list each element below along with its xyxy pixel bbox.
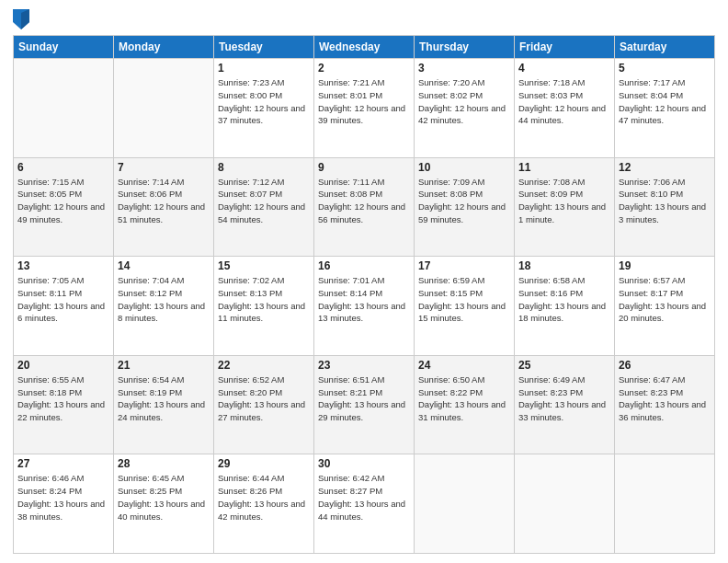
calendar-cell: 22Sunrise: 6:52 AM Sunset: 8:20 PM Dayli… [214, 355, 314, 454]
calendar-cell: 12Sunrise: 7:06 AM Sunset: 8:10 PM Dayli… [615, 157, 715, 257]
calendar-table: SundayMondayTuesdayWednesdayThursdayFrid… [13, 35, 715, 554]
day-detail: Sunrise: 6:54 AM Sunset: 8:19 PM Dayligh… [118, 373, 210, 424]
calendar-cell: 30Sunrise: 6:42 AM Sunset: 8:27 PM Dayli… [314, 454, 415, 554]
day-detail: Sunrise: 6:52 AM Sunset: 8:20 PM Dayligh… [218, 373, 310, 424]
day-detail: Sunrise: 7:05 AM Sunset: 8:11 PM Dayligh… [17, 274, 109, 325]
day-number: 12 [619, 161, 711, 174]
day-number: 21 [118, 359, 210, 372]
calendar-cell: 10Sunrise: 7:09 AM Sunset: 8:08 PM Dayli… [415, 157, 515, 257]
day-number: 17 [418, 259, 510, 272]
day-header-sunday: Sunday [14, 36, 114, 59]
day-number: 20 [17, 359, 109, 372]
day-number: 4 [518, 62, 610, 75]
day-detail: Sunrise: 6:50 AM Sunset: 8:22 PM Dayligh… [418, 373, 510, 424]
day-number: 11 [518, 161, 610, 174]
day-detail: Sunrise: 6:42 AM Sunset: 8:27 PM Dayligh… [318, 472, 410, 523]
logo [13, 9, 32, 29]
day-number: 3 [418, 62, 510, 75]
calendar-cell: 11Sunrise: 7:08 AM Sunset: 8:09 PM Dayli… [515, 157, 615, 257]
calendar-cell: 21Sunrise: 6:54 AM Sunset: 8:19 PM Dayli… [114, 355, 214, 454]
calendar-cell: 4Sunrise: 7:18 AM Sunset: 8:03 PM Daylig… [515, 59, 615, 158]
day-header-monday: Monday [114, 36, 214, 59]
day-header-friday: Friday [515, 36, 615, 59]
day-number: 5 [619, 62, 711, 75]
day-number: 24 [418, 359, 510, 372]
day-detail: Sunrise: 6:44 AM Sunset: 8:26 PM Dayligh… [218, 472, 310, 523]
day-detail: Sunrise: 7:11 AM Sunset: 8:08 PM Dayligh… [318, 176, 410, 226]
header [13, 9, 715, 29]
calendar-cell: 9Sunrise: 7:11 AM Sunset: 8:08 PM Daylig… [314, 157, 415, 257]
calendar-week-row: 6Sunrise: 7:15 AM Sunset: 8:05 PM Daylig… [14, 157, 715, 257]
day-detail: Sunrise: 6:46 AM Sunset: 8:24 PM Dayligh… [17, 472, 109, 523]
day-number: 2 [318, 62, 410, 75]
day-detail: Sunrise: 7:18 AM Sunset: 8:03 PM Dayligh… [518, 76, 610, 127]
day-detail: Sunrise: 7:08 AM Sunset: 8:09 PM Dayligh… [518, 176, 610, 226]
calendar-week-row: 27Sunrise: 6:46 AM Sunset: 8:24 PM Dayli… [14, 454, 715, 554]
day-header-tuesday: Tuesday [214, 36, 314, 59]
day-detail: Sunrise: 6:47 AM Sunset: 8:23 PM Dayligh… [619, 373, 711, 424]
calendar-cell: 8Sunrise: 7:12 AM Sunset: 8:07 PM Daylig… [214, 157, 314, 257]
calendar-cell: 20Sunrise: 6:55 AM Sunset: 8:18 PM Dayli… [14, 355, 114, 454]
day-detail: Sunrise: 6:59 AM Sunset: 8:15 PM Dayligh… [418, 274, 510, 325]
calendar-cell: 13Sunrise: 7:05 AM Sunset: 8:11 PM Dayli… [14, 257, 114, 356]
calendar-cell: 29Sunrise: 6:44 AM Sunset: 8:26 PM Dayli… [214, 454, 314, 554]
day-number: 1 [218, 62, 310, 75]
day-number: 19 [619, 259, 711, 272]
day-number: 14 [118, 259, 210, 272]
calendar-cell: 6Sunrise: 7:15 AM Sunset: 8:05 PM Daylig… [14, 157, 114, 257]
calendar-cell: 23Sunrise: 6:51 AM Sunset: 8:21 PM Dayli… [314, 355, 415, 454]
day-detail: Sunrise: 7:20 AM Sunset: 8:02 PM Dayligh… [418, 76, 510, 127]
day-detail: Sunrise: 6:57 AM Sunset: 8:17 PM Dayligh… [619, 274, 711, 325]
calendar-cell [515, 454, 615, 554]
day-detail: Sunrise: 7:23 AM Sunset: 8:00 PM Dayligh… [218, 76, 310, 127]
calendar-cell: 17Sunrise: 6:59 AM Sunset: 8:15 PM Dayli… [415, 257, 515, 356]
day-number: 25 [518, 359, 610, 372]
calendar-cell: 28Sunrise: 6:45 AM Sunset: 8:25 PM Dayli… [114, 454, 214, 554]
day-header-wednesday: Wednesday [314, 36, 415, 59]
day-detail: Sunrise: 7:21 AM Sunset: 8:01 PM Dayligh… [318, 76, 410, 127]
day-number: 23 [318, 359, 410, 372]
calendar-cell [415, 454, 515, 554]
day-detail: Sunrise: 6:58 AM Sunset: 8:16 PM Dayligh… [518, 274, 610, 325]
calendar-cell: 14Sunrise: 7:04 AM Sunset: 8:12 PM Dayli… [114, 257, 214, 356]
calendar-cell: 25Sunrise: 6:49 AM Sunset: 8:23 PM Dayli… [515, 355, 615, 454]
logo-icon [13, 9, 29, 29]
calendar-cell: 24Sunrise: 6:50 AM Sunset: 8:22 PM Dayli… [415, 355, 515, 454]
calendar-cell [114, 59, 214, 158]
day-detail: Sunrise: 6:49 AM Sunset: 8:23 PM Dayligh… [518, 373, 610, 424]
day-detail: Sunrise: 7:06 AM Sunset: 8:10 PM Dayligh… [619, 176, 711, 226]
calendar-cell: 3Sunrise: 7:20 AM Sunset: 8:02 PM Daylig… [415, 59, 515, 158]
calendar-cell: 19Sunrise: 6:57 AM Sunset: 8:17 PM Dayli… [615, 257, 715, 356]
calendar-week-row: 13Sunrise: 7:05 AM Sunset: 8:11 PM Dayli… [14, 257, 715, 356]
page: SundayMondayTuesdayWednesdayThursdayFrid… [0, 0, 728, 563]
day-detail: Sunrise: 7:09 AM Sunset: 8:08 PM Dayligh… [418, 176, 510, 226]
day-number: 30 [318, 457, 410, 470]
calendar-cell: 5Sunrise: 7:17 AM Sunset: 8:04 PM Daylig… [615, 59, 715, 158]
calendar-cell: 1Sunrise: 7:23 AM Sunset: 8:00 PM Daylig… [214, 59, 314, 158]
day-number: 18 [518, 259, 610, 272]
day-number: 29 [218, 457, 310, 470]
calendar-header-row: SundayMondayTuesdayWednesdayThursdayFrid… [14, 36, 715, 59]
day-number: 27 [17, 457, 109, 470]
day-number: 15 [218, 259, 310, 272]
day-number: 16 [318, 259, 410, 272]
day-number: 26 [619, 359, 711, 372]
calendar-cell: 2Sunrise: 7:21 AM Sunset: 8:01 PM Daylig… [314, 59, 415, 158]
day-number: 8 [218, 161, 310, 174]
day-number: 7 [118, 161, 210, 174]
calendar-cell: 26Sunrise: 6:47 AM Sunset: 8:23 PM Dayli… [615, 355, 715, 454]
day-number: 22 [218, 359, 310, 372]
day-number: 10 [418, 161, 510, 174]
day-number: 13 [17, 259, 109, 272]
calendar-week-row: 20Sunrise: 6:55 AM Sunset: 8:18 PM Dayli… [14, 355, 715, 454]
calendar-cell [615, 454, 715, 554]
day-detail: Sunrise: 7:01 AM Sunset: 8:14 PM Dayligh… [318, 274, 410, 325]
day-detail: Sunrise: 6:55 AM Sunset: 8:18 PM Dayligh… [17, 373, 109, 424]
calendar-cell [14, 59, 114, 158]
calendar-cell: 27Sunrise: 6:46 AM Sunset: 8:24 PM Dayli… [14, 454, 114, 554]
calendar-cell: 15Sunrise: 7:02 AM Sunset: 8:13 PM Dayli… [214, 257, 314, 356]
day-detail: Sunrise: 6:45 AM Sunset: 8:25 PM Dayligh… [118, 472, 210, 523]
day-number: 6 [17, 161, 109, 174]
day-detail: Sunrise: 7:14 AM Sunset: 8:06 PM Dayligh… [118, 176, 210, 226]
day-detail: Sunrise: 7:04 AM Sunset: 8:12 PM Dayligh… [118, 274, 210, 325]
